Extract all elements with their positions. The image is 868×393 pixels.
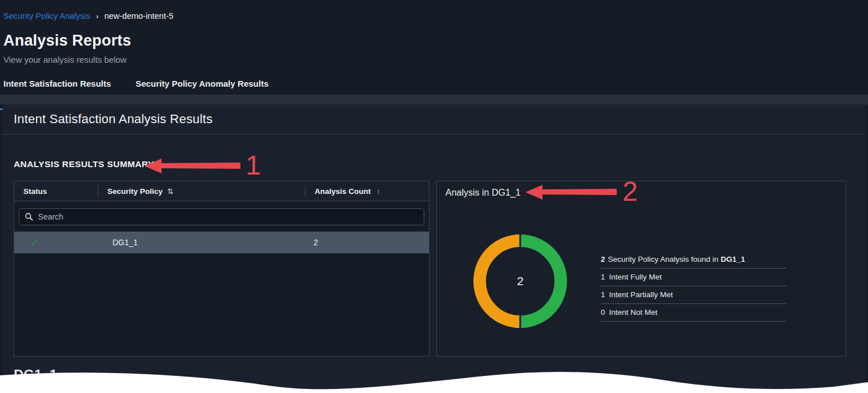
breadcrumb-chevron-icon: › (96, 12, 98, 21)
annotation-number-1: 1 (246, 152, 261, 179)
analysis-in-dg1-1-card: Analysis in DG1_1 2 2Security Policy Ana… (436, 181, 846, 356)
breadcrumb: Security Policy Analysis › new-demo-inte… (3, 11, 174, 21)
column-header-security-policy-label: Security Policy (107, 187, 163, 196)
legend-total-target: DG1_1 (721, 255, 745, 264)
legend-fully-met-label: Intent Fully Met (609, 273, 662, 281)
tab-bar: Intent Satisfaction Results Security Pol… (0, 79, 274, 95)
legend-row-total: 2Security Policy Analysis found in DG1_1 (601, 251, 786, 269)
tab-intent-satisfaction-results[interactable]: Intent Satisfaction Results (0, 79, 120, 95)
spacer-band (0, 95, 868, 104)
sort-ascending-icon[interactable]: ↑ (376, 187, 380, 196)
section-title: Intent Satisfaction Analysis Results (14, 112, 212, 127)
donut-segment-partially-met[interactable] (480, 241, 520, 322)
table-header-row: Status Security Policy ⇅ Analysis Count … (14, 181, 429, 201)
search-icon (25, 213, 33, 221)
tab-security-policy-anomaly-results[interactable]: Security Policy Anomaly Results (130, 79, 274, 95)
section-header: Intent Satisfaction Analysis Results (2, 104, 866, 135)
annotation-arrow-left-2 (525, 184, 617, 201)
column-header-analysis-count-label: Analysis Count (315, 187, 371, 196)
analysis-results-summary-heading: ANALYSIS RESULTS SUMMARY (14, 159, 154, 169)
table-row-dg1-1[interactable]: ✓ DG1_1 2 (14, 232, 429, 253)
search-row (14, 201, 429, 232)
breadcrumb-parent-link[interactable]: Security Policy Analysis (3, 11, 90, 21)
analysis-card-title: Analysis in DG1_1 (445, 188, 521, 198)
column-header-status[interactable]: Status (14, 187, 98, 196)
breadcrumb-current: new-demo-intent-5 (105, 11, 174, 21)
legend-partially-met-count: 1 (601, 290, 605, 299)
annotation-number-2: 2 (622, 178, 638, 205)
legend-total-count: 2 (601, 255, 605, 264)
status-cell: ✓ (14, 237, 98, 249)
status-check-icon: ✓ (31, 237, 39, 248)
donut-segment-fully-met[interactable] (520, 241, 561, 322)
sort-both-icon[interactable]: ⇅ (167, 187, 174, 196)
annotation-arrow-left-1 (144, 158, 240, 175)
page-title: Analysis Reports (3, 32, 131, 50)
search-input[interactable] (38, 212, 418, 221)
security-policy-cell: DG1_1 (98, 238, 304, 247)
legend-row-not-met: 0Intent Not Met (601, 304, 786, 322)
search-box[interactable] (19, 208, 424, 225)
page-subtitle: View your analysis results below (3, 55, 127, 64)
analysis-summary-table: Status Security Policy ⇅ Analysis Count … (14, 181, 429, 356)
legend-row-fully-met: 1Intent Fully Met (601, 269, 786, 286)
column-header-security-policy[interactable]: Security Policy ⇅ (98, 187, 305, 196)
analysis-count-cell: 2 (304, 238, 429, 247)
wave-mask (0, 363, 868, 393)
legend-total-label: Security Policy Analysis found in (608, 255, 719, 264)
donut-legend: 2Security Policy Analysis found in DG1_1… (601, 251, 786, 322)
legend-fully-met-count: 1 (601, 273, 605, 281)
legend-not-met-count: 0 (601, 308, 605, 317)
legend-not-met-label: Intent Not Met (609, 308, 658, 317)
column-header-analysis-count[interactable]: Analysis Count ↑ (306, 187, 429, 196)
legend-row-partially-met: 1Intent Partially Met (601, 286, 786, 304)
donut-center-value: 2 (517, 274, 524, 287)
donut-chart: 2 (472, 233, 568, 329)
legend-partially-met-label: Intent Partially Met (609, 290, 673, 299)
